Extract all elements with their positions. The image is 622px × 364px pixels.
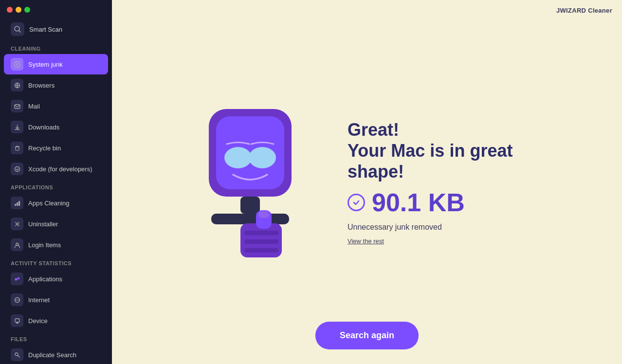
main-content-area: JWIZARD Cleaner xyxy=(112,0,622,364)
sidebar-item-recycle-bin[interactable]: Recycle bin xyxy=(4,138,108,158)
sidebar: Smart Scan CleaningSystem junkBrowsersMa… xyxy=(0,0,112,364)
section-header-cleaning: Cleaning xyxy=(0,41,112,54)
sidebar-item-duplicate-search[interactable]: Duplicate Search xyxy=(4,345,108,364)
svg-rect-5 xyxy=(16,147,19,150)
svg-rect-8 xyxy=(17,202,18,206)
device-label: Device xyxy=(28,317,48,325)
smart-scan-label: Smart Scan xyxy=(29,26,62,33)
svg-rect-24 xyxy=(244,231,278,235)
result-subtitle: Unnecessary junk removed xyxy=(348,223,552,232)
uninstaller-icon xyxy=(11,218,23,230)
mail-icon xyxy=(11,100,23,112)
result-content: Great! Your Mac is in great shape! 90.1 … xyxy=(112,0,622,364)
recycle-bin-label: Recycle bin xyxy=(28,145,61,152)
sidebar-item-xcode[interactable]: Xcode (for developers) xyxy=(4,159,108,179)
smart-scan-icon xyxy=(11,22,24,36)
duplicate-search-label: Duplicate Search xyxy=(28,351,76,359)
svg-rect-25 xyxy=(244,239,278,244)
internet-label: Internet xyxy=(28,296,50,304)
search-again-button[interactable]: Search again xyxy=(315,322,419,349)
svg-point-11 xyxy=(15,278,17,280)
recycle-bin-icon xyxy=(11,142,23,154)
sidebar-item-uninstaller[interactable]: Uninstaller xyxy=(4,214,108,234)
browsers-label: Browsers xyxy=(28,82,55,89)
xcode-label: Xcode (for developers) xyxy=(28,165,92,173)
browsers-icon xyxy=(11,79,23,91)
applications-stats-label: Applications xyxy=(28,275,62,283)
view-rest-link[interactable]: View the rest xyxy=(348,237,384,245)
sidebar-item-internet[interactable]: Internet xyxy=(4,290,108,310)
robot-illustration xyxy=(182,90,318,274)
sidebar-sections: CleaningSystem junkBrowsersMailDownloads… xyxy=(0,41,112,364)
svg-rect-26 xyxy=(244,248,278,253)
maximize-button[interactable] xyxy=(24,7,30,13)
check-icon xyxy=(348,194,365,211)
titlebar xyxy=(0,0,112,18)
section-header-applications: Applications xyxy=(0,180,112,192)
applications-stats-icon xyxy=(11,273,23,285)
svg-line-1 xyxy=(19,31,20,32)
svg-rect-9 xyxy=(18,201,20,206)
svg-rect-4 xyxy=(15,105,20,109)
svg-rect-27 xyxy=(258,211,269,218)
section-header-activity-statistics: Activity statistics xyxy=(0,255,112,268)
sidebar-item-applications-stats[interactable]: Applications xyxy=(4,269,108,289)
result-title: Great! Your Mac is in great shape! xyxy=(348,119,552,182)
sidebar-item-smart-scan[interactable]: Smart Scan xyxy=(4,18,108,41)
apps-cleaning-label: Apps Cleaning xyxy=(28,200,70,207)
sidebar-item-browsers[interactable]: Browsers xyxy=(4,75,108,95)
sidebar-item-mail[interactable]: Mail xyxy=(4,96,108,116)
svg-point-6 xyxy=(15,166,19,171)
result-size-row: 90.1 KB xyxy=(348,188,552,217)
sidebar-item-apps-cleaning[interactable]: Apps Cleaning xyxy=(4,193,108,213)
downloads-icon xyxy=(11,121,23,133)
svg-rect-21 xyxy=(211,214,289,224)
system-junk-label: System junk xyxy=(28,61,63,68)
svg-rect-7 xyxy=(15,204,16,206)
svg-rect-14 xyxy=(15,319,19,322)
minimize-button[interactable] xyxy=(16,7,21,13)
apps-cleaning-icon xyxy=(11,197,23,209)
uninstaller-label: Uninstaller xyxy=(28,220,58,228)
internet-icon xyxy=(11,293,23,306)
result-size-value: 90.1 KB xyxy=(372,188,465,217)
svg-point-12 xyxy=(17,277,19,279)
login-items-label: Login Items xyxy=(28,241,61,249)
result-area: Great! Your Mac is in great shape! 90.1 … xyxy=(348,119,552,245)
svg-rect-20 xyxy=(240,197,260,214)
sidebar-item-system-junk[interactable]: System junk xyxy=(4,54,108,74)
close-button[interactable] xyxy=(7,7,13,13)
traffic-lights xyxy=(7,7,30,13)
section-header-files: Files xyxy=(0,331,112,344)
device-icon xyxy=(11,314,23,327)
mail-label: Mail xyxy=(28,103,40,110)
system-junk-icon xyxy=(11,58,23,71)
downloads-label: Downloads xyxy=(28,124,59,131)
login-items-icon xyxy=(11,238,23,251)
sidebar-item-device[interactable]: Device xyxy=(4,310,108,331)
sidebar-item-login-items[interactable]: Login Items xyxy=(4,235,108,255)
sidebar-item-downloads[interactable]: Downloads xyxy=(4,117,108,137)
svg-point-18 xyxy=(224,147,252,168)
xcode-icon xyxy=(11,163,23,175)
duplicate-search-icon xyxy=(11,348,23,361)
svg-point-19 xyxy=(249,147,276,168)
app-title: JWIZARD Cleaner xyxy=(556,7,612,14)
